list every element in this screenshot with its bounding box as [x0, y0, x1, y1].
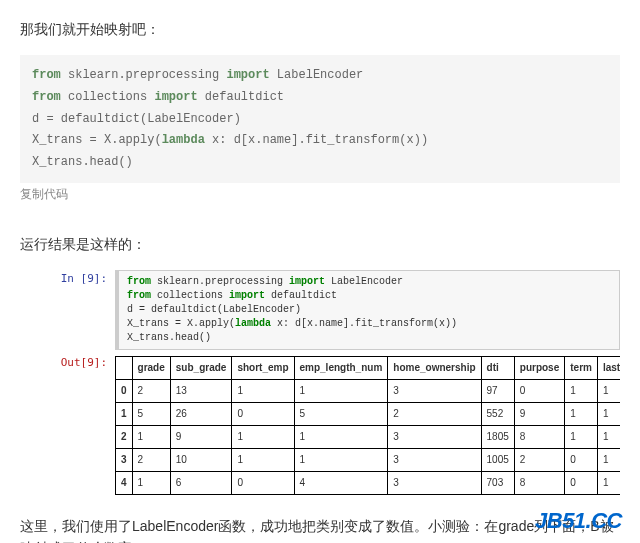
watermark: JB51.CC: [535, 503, 622, 538]
table-header: purpose: [514, 356, 564, 379]
table-cell: 3: [388, 425, 481, 448]
table-cell: 4: [294, 471, 388, 494]
table-cell: 8: [514, 425, 564, 448]
table-cell: 1: [565, 379, 598, 402]
table-header: term: [565, 356, 598, 379]
table-cell: 5: [294, 402, 388, 425]
table-header: dti: [481, 356, 514, 379]
table-cell: 9: [170, 425, 232, 448]
table-header: short_emp: [232, 356, 294, 379]
table-row: 4160437038011: [116, 471, 621, 494]
output-table: gradesub_gradeshort_empemp_length_numhom…: [115, 356, 620, 495]
out-prompt: Out[9]:: [60, 354, 115, 372]
table-cell: 1: [597, 425, 620, 448]
table-cell: 4: [116, 471, 133, 494]
table-cell: 1: [597, 402, 620, 425]
table-cell: 5: [132, 402, 170, 425]
table-cell: 1: [294, 425, 388, 448]
table-cell: 1: [597, 471, 620, 494]
table-cell: 2: [388, 402, 481, 425]
intro-text: 那我们就开始映射吧：: [20, 18, 620, 40]
table-cell: 0: [565, 471, 598, 494]
table-cell: 1: [597, 448, 620, 471]
table-cell: 1805: [481, 425, 514, 448]
table-header: last_delinq_none: [597, 356, 620, 379]
table-cell: 1: [232, 425, 294, 448]
table-cell: 0: [514, 379, 564, 402]
table-cell: 552: [481, 402, 514, 425]
table-cell: 0: [565, 448, 598, 471]
table-cell: 6: [170, 471, 232, 494]
table-cell: 2: [116, 425, 133, 448]
table-row: 15260525529111: [116, 402, 621, 425]
table-cell: 1: [232, 379, 294, 402]
table-cell: 0: [232, 471, 294, 494]
table-cell: 26: [170, 402, 232, 425]
table-cell: 0: [232, 402, 294, 425]
table-cell: 3: [388, 471, 481, 494]
table-header: sub_grade: [170, 356, 232, 379]
table-cell: 3: [388, 448, 481, 471]
table-cell: 1: [294, 448, 388, 471]
table-cell: 13: [170, 379, 232, 402]
table-cell: 10: [170, 448, 232, 471]
table-cell: 3: [388, 379, 481, 402]
result-intro: 运行结果是这样的：: [20, 233, 620, 255]
table-cell: 1: [565, 402, 598, 425]
table-cell: 1: [597, 379, 620, 402]
table-cell: 1: [132, 425, 170, 448]
table-cell: 1: [294, 379, 388, 402]
table-cell: 1: [132, 471, 170, 494]
table-cell: 2: [514, 448, 564, 471]
table-cell: 2: [132, 379, 170, 402]
jupyter-in-code: from sklearn.preprocessing import LabelE…: [115, 270, 620, 350]
table-cell: 97: [481, 379, 514, 402]
explanation-text: 这里，我们使用了LabelEncoder函数，成功地把类别变成了数值。小测验：在…: [20, 515, 620, 543]
table-cell: 1: [232, 448, 294, 471]
table-header: home_ownership: [388, 356, 481, 379]
table-cell: 9: [514, 402, 564, 425]
table-cell: 8: [514, 471, 564, 494]
table-cell: 1: [565, 425, 598, 448]
table-row: 21911318058111: [116, 425, 621, 448]
table-cell: 1: [116, 402, 133, 425]
table-cell: 2: [132, 448, 170, 471]
table-header: grade: [132, 356, 170, 379]
table-cell: 0: [116, 379, 133, 402]
copy-code-label[interactable]: 复制代码: [20, 185, 620, 204]
in-prompt: In [9]:: [60, 270, 115, 288]
table-header: [116, 356, 133, 379]
table-header: emp_length_num: [294, 356, 388, 379]
table-row: 0213113970111: [116, 379, 621, 402]
table-row: 321011310052011: [116, 448, 621, 471]
table-cell: 3: [116, 448, 133, 471]
table-cell: 703: [481, 471, 514, 494]
code-block: from sklearn.preprocessing import LabelE…: [20, 55, 620, 183]
table-cell: 1005: [481, 448, 514, 471]
jupyter-output: In [9]: from sklearn.preprocessing impor…: [60, 270, 620, 495]
